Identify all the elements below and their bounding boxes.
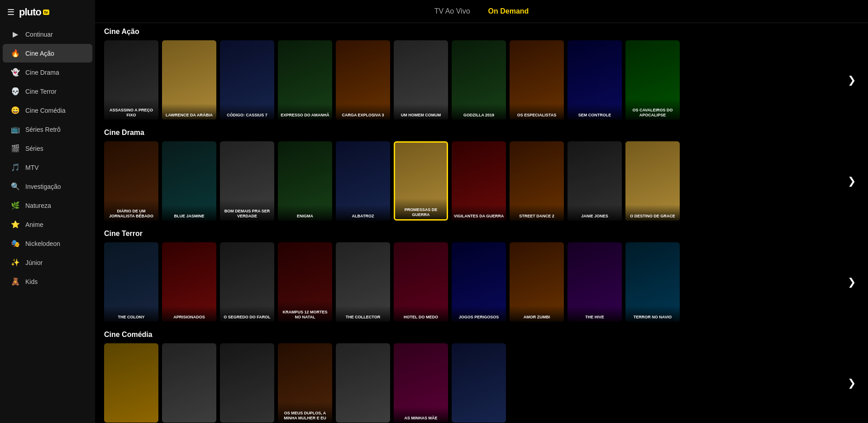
nav-label-series: Séries	[25, 145, 43, 152]
nav-label-cine-terror: Cine Terror	[25, 88, 57, 95]
card-cine-comedia-3[interactable]: OS MEUS DUPLOS, A MINHA MULHER E EU	[278, 343, 332, 423]
card-cine-acao-9[interactable]: OS CAVALEIROS DO APOCALIPSE	[625, 40, 680, 120]
card-cine-acao-8[interactable]: SEM CONTROLE	[568, 40, 622, 120]
logo: pluto tv	[19, 6, 49, 18]
card-label-cine-acao-3: EXPRESSO DO AMANHÃ	[278, 104, 332, 120]
card-cine-drama-1[interactable]: BLUE JASMINE	[162, 141, 216, 221]
hamburger-icon[interactable]: ☰	[7, 7, 14, 17]
card-cine-terror-0[interactable]: THE COLONY	[104, 242, 158, 322]
nav-label-anime: Anime	[25, 221, 43, 228]
sidebar-item-cine-acao[interactable]: 🔥 Cine Ação	[3, 44, 92, 62]
card-cine-terror-7[interactable]: AMOR ZUMBI	[510, 242, 564, 322]
nav-icon-continuar: ▶	[11, 30, 20, 38]
sections-container: Cine AçãoASSASSINO A PREÇO FIXOLAWRENCE …	[104, 28, 859, 423]
sidebar-item-mtv[interactable]: 🎵 MTV	[3, 158, 92, 177]
card-cine-drama-2[interactable]: BOM DEMAIS PRA SER VERDADE	[220, 141, 274, 221]
sidebar-item-series-retro[interactable]: 📺 Séries Retrô	[3, 120, 92, 139]
scroll-right-btn-cine-acao[interactable]: ❯	[844, 67, 859, 94]
scroll-right-btn-cine-terror[interactable]: ❯	[844, 269, 859, 296]
card-cine-terror-8[interactable]: THE HIVE	[568, 242, 622, 322]
sidebar-item-anime[interactable]: ⭐ Anime	[3, 215, 92, 234]
sidebar-item-cine-drama[interactable]: 👻 Cine Drama	[3, 63, 92, 82]
card-label-cine-terror-9: TERROR NO NAVIO	[625, 306, 680, 322]
card-cine-terror-5[interactable]: HOTEL DO MEDO	[394, 242, 448, 322]
sidebar-header: ☰ pluto tv	[0, 0, 95, 24]
card-cine-terror-2[interactable]: O SEGREDO DO FAROL	[220, 242, 274, 322]
sidebar-item-series[interactable]: 🎬 Séries	[3, 139, 92, 158]
sidebar-item-natureza[interactable]: 🌿 Natureza	[3, 196, 92, 215]
section-title-cine-comedia: Cine Comédia	[104, 331, 859, 339]
card-cine-acao-1[interactable]: LAWRENCE DA ARÁBIA	[162, 40, 216, 120]
card-label-cine-terror-5: HOTEL DO MEDO	[394, 306, 448, 322]
sidebar-item-cine-terror[interactable]: 💀 Cine Terror	[3, 82, 92, 101]
card-cine-terror-9[interactable]: TERROR NO NAVIO	[625, 242, 680, 322]
card-cine-comedia-6[interactable]	[452, 343, 506, 423]
card-label-cine-acao-1: LAWRENCE DA ARÁBIA	[162, 104, 216, 120]
card-cine-terror-1[interactable]: APRISIONADOS	[162, 242, 216, 322]
card-label-cine-terror-7: AMOR ZUMBI	[510, 306, 564, 322]
card-cine-comedia-1[interactable]	[162, 343, 216, 423]
logo-text: pluto	[19, 6, 41, 18]
cards-row-cine-comedia: OS MEUS DUPLOS, A MINHA MULHER E EUAS MI…	[104, 343, 842, 423]
content: Cine AçãoASSASSINO A PREÇO FIXOLAWRENCE …	[95, 23, 868, 423]
sidebar-item-kids[interactable]: 🧸 Kids	[3, 272, 92, 291]
card-cine-comedia-0[interactable]	[104, 343, 158, 423]
topnav-container: TV Ao VivoOn Demand	[434, 7, 529, 15]
cards-row-cine-acao: ASSASSINO A PREÇO FIXOLAWRENCE DA ARÁBIA…	[104, 40, 842, 120]
card-cine-terror-3[interactable]: KRAMPUS 12 MORTES NO NATAL	[278, 242, 332, 322]
section-title-cine-acao: Cine Ação	[104, 28, 859, 36]
card-cine-acao-0[interactable]: ASSASSINO A PREÇO FIXO	[104, 40, 158, 120]
card-cine-drama-6[interactable]: VIGILANTES DA GUERRA	[452, 141, 506, 221]
card-label-cine-drama-6: VIGILANTES DA GUERRA	[452, 205, 506, 221]
card-cine-terror-4[interactable]: THE COLLECTOR	[336, 242, 390, 322]
cards-row-cine-terror: THE COLONYAPRISIONADOSO SEGREDO DO FAROL…	[104, 242, 842, 322]
sidebar-item-junior[interactable]: ✨ Júnior	[3, 253, 92, 272]
card-label-cine-acao-0: ASSASSINO A PREÇO FIXO	[104, 99, 158, 120]
nav-icon-cine-drama: 👻	[11, 68, 20, 77]
nav-label-junior: Júnior	[25, 259, 43, 266]
nav-label-investigacao: Investigação	[25, 183, 61, 190]
nav-icon-investigacao: 🔍	[11, 182, 20, 191]
card-cine-drama-9[interactable]: O DESTINO DE GRACE	[625, 141, 680, 221]
main: TV Ao VivoOn Demand Cine AçãoASSASSINO A…	[95, 0, 868, 423]
card-label-cine-drama-7: STREET DANCE 2	[510, 205, 564, 221]
card-cine-acao-4[interactable]: CARGA EXPLOSIVA 3	[336, 40, 390, 120]
card-cine-acao-6[interactable]: GODZILLA 2019	[452, 40, 506, 120]
section-cine-drama: Cine DramaDIÁRIO DE UM JORNALISTA BÊBADO…	[104, 129, 859, 221]
card-cine-comedia-2[interactable]	[220, 343, 274, 423]
nav-icon-cine-acao: 🔥	[11, 49, 20, 58]
sidebar-item-nickelodeon[interactable]: 🎭 Nickelodeon	[3, 234, 92, 253]
card-cine-acao-2[interactable]: CÓDIGO: CASSIUS 7	[220, 40, 274, 120]
card-cine-acao-5[interactable]: UM HOMEM COMUM	[394, 40, 448, 120]
nav-icon-series-retro: 📺	[11, 125, 20, 134]
scroll-right-btn-cine-comedia[interactable]: ❯	[844, 370, 859, 397]
card-cine-drama-0[interactable]: DIÁRIO DE UM JORNALISTA BÊBADO	[104, 141, 158, 221]
topnav-item-0[interactable]: TV Ao Vivo	[434, 7, 470, 15]
card-cine-drama-3[interactable]: ENIGMA	[278, 141, 332, 221]
card-label-cine-comedia-5: AS MINHAS MÃE	[394, 407, 448, 423]
card-cine-terror-6[interactable]: JOGOS PERIGOSOS	[452, 242, 506, 322]
nav-icon-junior: ✨	[11, 258, 20, 267]
sidebar-item-cine-comedia[interactable]: 😄 Cine Comédia	[3, 101, 92, 120]
nav-label-continuar: Continuar	[25, 31, 53, 38]
card-label-cine-drama-4: ALBATROZ	[336, 205, 390, 221]
card-cine-drama-8[interactable]: JANIE JONES	[568, 141, 622, 221]
scroll-right-btn-cine-drama[interactable]: ❯	[844, 168, 859, 195]
card-cine-drama-5[interactable]: PROMESSAS DE GUERRA	[394, 141, 448, 221]
card-label-cine-acao-7: OS ESPECIALISTAS	[510, 104, 564, 120]
card-cine-comedia-4[interactable]	[336, 343, 390, 423]
card-label-cine-terror-3: KRAMPUS 12 MORTES NO NATAL	[278, 301, 332, 322]
card-cine-comedia-5[interactable]: AS MINHAS MÃE	[394, 343, 448, 423]
topnav-item-1[interactable]: On Demand	[488, 7, 529, 15]
card-cine-drama-7[interactable]: STREET DANCE 2	[510, 141, 564, 221]
card-cine-drama-4[interactable]: ALBATROZ	[336, 141, 390, 221]
card-cine-acao-3[interactable]: EXPRESSO DO AMANHÃ	[278, 40, 332, 120]
sidebar-item-investigacao[interactable]: 🔍 Investigação	[3, 177, 92, 196]
nav-label-cine-comedia: Cine Comédia	[25, 107, 66, 114]
nav-label-series-retro: Séries Retrô	[25, 126, 61, 133]
card-cine-acao-7[interactable]: OS ESPECIALISTAS	[510, 40, 564, 120]
sidebar-item-continuar[interactable]: ▶ Continuar	[3, 25, 92, 43]
sidebar: ☰ pluto tv ▶ Continuar 🔥 Cine Ação 👻 Cin…	[0, 0, 95, 423]
card-label-cine-drama-0: DIÁRIO DE UM JORNALISTA BÊBADO	[104, 200, 158, 221]
section-cine-comedia: Cine ComédiaOS MEUS DUPLOS, A MINHA MULH…	[104, 331, 859, 423]
